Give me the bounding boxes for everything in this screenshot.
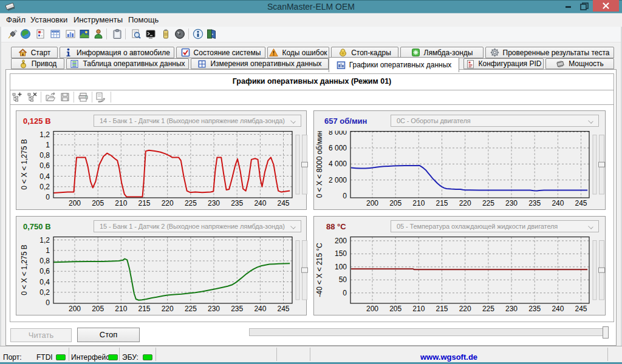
svg-text:200: 200: [366, 199, 378, 207]
svg-text:225: 225: [482, 305, 494, 313]
svg-text:1,2: 1,2: [39, 130, 50, 139]
svg-text:200: 200: [69, 199, 81, 207]
svg-text:225: 225: [185, 305, 197, 313]
svg-text:210: 210: [115, 305, 127, 313]
svg-text:200: 200: [335, 237, 347, 245]
svg-text:240: 240: [552, 199, 564, 207]
svg-text:0: 0: [46, 298, 50, 307]
svg-text:205: 205: [389, 199, 402, 207]
svg-text:230: 230: [208, 199, 220, 207]
svg-text:215: 215: [436, 305, 448, 313]
svg-text:240: 240: [254, 305, 266, 313]
svg-text:215: 215: [138, 199, 150, 207]
svg-text:2 000: 2 000: [329, 176, 347, 184]
svg-text:210: 210: [115, 199, 127, 207]
svg-text:240: 240: [552, 305, 564, 313]
svg-text:220: 220: [459, 305, 471, 313]
svg-text:0: 0: [46, 193, 50, 201]
svg-text:205: 205: [92, 305, 104, 313]
svg-text:0,6: 0,6: [39, 267, 50, 275]
svg-text:225: 225: [185, 199, 197, 207]
svg-text:-40 < X < 215 °C: -40 < X < 215 °C: [315, 243, 324, 297]
svg-text:220: 220: [162, 199, 174, 207]
svg-text:235: 235: [528, 199, 541, 207]
svg-text:8 000: 8 000: [329, 128, 347, 136]
svg-text:210: 210: [412, 305, 425, 313]
svg-text:100: 100: [335, 263, 347, 271]
svg-text:225: 225: [482, 199, 494, 207]
svg-text:240: 240: [254, 199, 266, 207]
svg-text:245: 245: [575, 199, 587, 207]
svg-text:200: 200: [366, 305, 378, 313]
svg-text:0 < X < 1,275 В: 0 < X < 1,275 В: [20, 139, 29, 189]
svg-text:230: 230: [505, 305, 518, 313]
svg-text:0 < X < 8000 об/мин: 0 < X < 8000 об/мин: [315, 131, 324, 198]
svg-text:215: 215: [436, 199, 448, 207]
svg-text:205: 205: [92, 199, 104, 207]
svg-text:0,8: 0,8: [39, 151, 50, 160]
svg-text:220: 220: [162, 305, 174, 313]
svg-text:4 000: 4 000: [329, 160, 347, 168]
svg-text:1,2: 1,2: [39, 236, 50, 244]
svg-text:230: 230: [505, 199, 518, 207]
svg-text:0,4: 0,4: [39, 172, 50, 181]
svg-text:0,2: 0,2: [39, 183, 50, 191]
svg-text:6 000: 6 000: [329, 144, 347, 152]
svg-text:230: 230: [208, 305, 220, 313]
svg-text:0,2: 0,2: [39, 288, 50, 297]
svg-text:210: 210: [412, 199, 425, 207]
svg-text:245: 245: [277, 305, 289, 313]
svg-text:0,6: 0,6: [39, 161, 50, 170]
svg-text:0: 0: [343, 289, 347, 297]
svg-text:235: 235: [528, 305, 541, 313]
svg-text:1: 1: [46, 141, 50, 149]
svg-text:0 < X < 1,275 В: 0 < X < 1,275 В: [20, 244, 29, 295]
svg-text:235: 235: [231, 199, 243, 207]
svg-text:220: 220: [459, 199, 471, 207]
svg-text:0,8: 0,8: [39, 257, 50, 265]
svg-text:0: 0: [343, 192, 347, 200]
svg-text:215: 215: [138, 305, 150, 313]
svg-text:245: 245: [575, 305, 587, 313]
svg-text:150: 150: [335, 249, 347, 258]
svg-text:235: 235: [231, 305, 243, 313]
svg-text:200: 200: [69, 305, 81, 313]
svg-text:245: 245: [277, 199, 289, 207]
svg-text:50: 50: [339, 275, 347, 284]
svg-text:1: 1: [46, 246, 50, 255]
svg-text:205: 205: [389, 305, 402, 313]
svg-text:0,4: 0,4: [39, 278, 50, 286]
